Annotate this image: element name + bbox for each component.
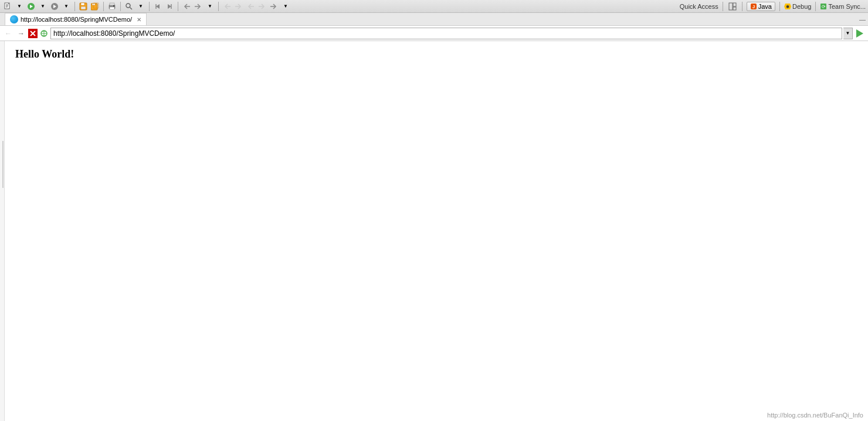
- eclipse-toolbar: ▼ ▼ ▼ ▼ ▼: [0, 0, 868, 13]
- java-perspective-btn[interactable]: J Java: [747, 2, 775, 11]
- java-perspective-label: Java: [758, 3, 772, 10]
- svg-marker-21: [156, 4, 160, 9]
- toolbar-sep-1: [74, 2, 75, 11]
- stop-button[interactable]: [28, 29, 38, 38]
- toolbar-btn-nav-dropdown[interactable]: ▼: [280, 1, 291, 12]
- toolbar-btn-save[interactable]: [78, 1, 89, 12]
- svg-rect-33: [733, 3, 736, 6]
- bookmark-button[interactable]: [39, 28, 49, 39]
- toolbar-sep-right3: [779, 2, 780, 11]
- toolbar-btn-search-dropdown[interactable]: ▼: [135, 1, 146, 12]
- team-sync-btn[interactable]: ⟳ Team Sync...: [820, 3, 866, 10]
- toolbar-sep-right: [723, 2, 723, 11]
- svg-text:J: J: [752, 4, 755, 9]
- go-arrow-icon: [856, 29, 863, 38]
- url-input[interactable]: [50, 28, 842, 39]
- toolbar-btn-back-dropdown[interactable]: ▼: [205, 1, 215, 12]
- toolbar-btn-nav1[interactable]: [222, 1, 232, 12]
- forward-button[interactable]: →: [15, 28, 27, 39]
- toolbar-btn-run[interactable]: [26, 1, 36, 12]
- toolbar-btn-debug[interactable]: [49, 1, 60, 12]
- perspective-layout-btn[interactable]: [727, 1, 738, 12]
- svg-rect-13: [92, 4, 95, 5]
- back-button[interactable]: ←: [2, 28, 14, 39]
- tab-minimize-icon[interactable]: —: [859, 16, 866, 23]
- quick-access-label: Quick Access: [680, 3, 718, 10]
- left-sidebar: [0, 41, 5, 421]
- svg-rect-32: [729, 3, 733, 10]
- toolbar-btn-next[interactable]: [164, 1, 175, 12]
- toolbar-btn-new[interactable]: [2, 1, 13, 12]
- toolbar-right: Quick Access J Java ✱ Debug ⟳ Team Sync.…: [680, 1, 866, 12]
- svg-rect-16: [110, 3, 114, 5]
- svg-rect-17: [110, 7, 114, 9]
- toolbar-sep-3: [120, 2, 121, 11]
- toolbar-btn-nav2[interactable]: [233, 1, 244, 12]
- watermark: http://blog.csdn.net/BuFanQi_Info: [767, 412, 863, 419]
- content-area: Hello World!: [0, 41, 868, 421]
- toolbar-btn-nav3[interactable]: [245, 1, 256, 12]
- svg-marker-23: [168, 4, 171, 9]
- toolbar-sep-right4: [815, 2, 816, 11]
- main-content: Hello World!: [5, 41, 868, 421]
- tab-globe-icon: [10, 15, 18, 23]
- svg-rect-11: [81, 6, 86, 9]
- toolbar-btn-forward[interactable]: [193, 1, 204, 12]
- svg-line-20: [130, 7, 133, 9]
- svg-point-19: [126, 4, 130, 8]
- toolbar-btn-save-all[interactable]: [90, 1, 100, 12]
- go-button[interactable]: [854, 28, 866, 39]
- svg-rect-18: [113, 5, 114, 6]
- address-bar: ← → ▼: [0, 26, 868, 41]
- toolbar-sep-2: [103, 2, 104, 11]
- svg-text:✱: ✱: [786, 5, 789, 9]
- hello-world-text: Hello World!: [15, 48, 857, 60]
- toolbar-sep-5: [178, 2, 178, 11]
- toolbar-btn-debug-dropdown[interactable]: ▼: [61, 1, 72, 12]
- svg-rect-34: [733, 7, 736, 10]
- tab-title: http://localhost:8080/SpringMVCDemo/: [21, 16, 132, 23]
- svg-text:⟳: ⟳: [822, 4, 826, 9]
- toolbar-sep-4: [149, 2, 150, 11]
- toolbar-btn-back[interactable]: [181, 1, 192, 12]
- svg-rect-10: [81, 3, 84, 5]
- toolbar-btn-nav5[interactable]: [269, 1, 279, 12]
- debug-label: Debug: [792, 3, 811, 10]
- url-dropdown-button[interactable]: ▼: [843, 28, 853, 39]
- browser-tab[interactable]: http://localhost:8080/SpringMVCDemo/ ✕: [5, 13, 147, 25]
- toolbar-btn-nav4[interactable]: [257, 1, 267, 12]
- tab-close-icon[interactable]: ✕: [137, 16, 141, 23]
- toolbar-sep-6: [218, 2, 219, 11]
- toolbar-btn-search[interactable]: [124, 1, 134, 12]
- toolbar-btn-run-dropdown[interactable]: ▼: [38, 1, 48, 12]
- toolbar-btn-prev[interactable]: [152, 1, 163, 12]
- toolbar-btn-print[interactable]: [107, 1, 117, 12]
- toolbar-sep-right2: [742, 2, 742, 11]
- toolbar-btn-dropdown1[interactable]: ▼: [14, 1, 25, 12]
- team-sync-label: Team Sync...: [828, 3, 866, 10]
- debug-perspective-btn[interactable]: ✱ Debug: [784, 3, 811, 10]
- browser-tab-bar: http://localhost:8080/SpringMVCDemo/ ✕ —: [0, 13, 868, 26]
